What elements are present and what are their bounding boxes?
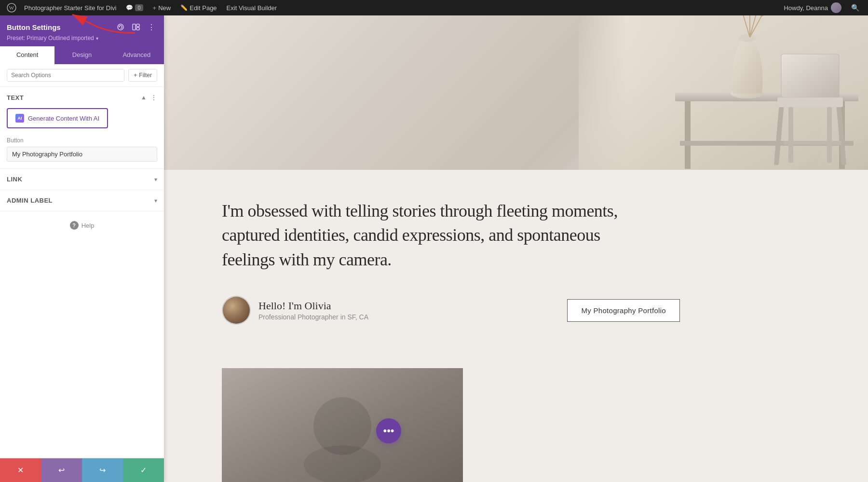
panel-header: Button Settings ⋮ xyxy=(0,15,164,46)
bottom-bar: ✕ ↩ ↪ ✓ xyxy=(0,458,164,482)
panel-body: + Filter Text ▲ ⋮ AI Generate Content Wi… xyxy=(0,64,164,458)
author-title-text: Professional Photographer in SF, CA xyxy=(258,313,368,321)
portfolio-button[interactable]: My Photography Portfolio xyxy=(567,299,680,322)
help-row: ? Help xyxy=(0,211,164,239)
site-name-link[interactable]: Photographer Starter Site for Divi xyxy=(19,4,121,12)
tab-advanced[interactable]: Advanced xyxy=(109,46,164,64)
author-name: Hello! I'm Olivia xyxy=(258,300,368,312)
link-section-header[interactable]: Link ▾ xyxy=(0,169,164,190)
svg-rect-15 xyxy=(781,54,839,97)
help-button[interactable]: ? Help xyxy=(70,221,95,230)
search-row: + Filter xyxy=(0,64,164,87)
tab-design[interactable]: Design xyxy=(54,46,109,64)
svg-rect-5 xyxy=(136,24,139,27)
svg-point-14 xyxy=(739,34,756,42)
svg-point-2 xyxy=(118,24,123,30)
panel-title: Button Settings xyxy=(7,23,61,31)
undo-button[interactable]: ↩ xyxy=(41,458,82,482)
tab-content[interactable]: Content xyxy=(0,46,54,64)
svg-rect-19 xyxy=(788,107,793,163)
save-button[interactable]: ✓ xyxy=(123,458,164,482)
author-details: Hello! I'm Olivia Professional Photograp… xyxy=(258,300,368,321)
admin-label-section-header[interactable]: Admin Label ▾ xyxy=(0,190,164,211)
svg-rect-20 xyxy=(827,107,832,163)
author-info: Hello! I'm Olivia Professional Photograp… xyxy=(222,296,368,325)
text-section: Text ▲ ⋮ AI Generate Content With AI But… xyxy=(0,87,164,169)
text-section-header[interactable]: Text ▲ ⋮ xyxy=(0,87,164,106)
text-section-dots-icon[interactable]: ⋮ xyxy=(150,94,157,101)
author-row: Hello! I'm Olivia Professional Photograp… xyxy=(222,296,680,325)
ai-icon: AI xyxy=(15,114,24,123)
comment-count: 0 xyxy=(135,4,143,11)
gallery-image-1 xyxy=(222,368,463,482)
new-link[interactable]: + New xyxy=(148,4,176,12)
chair-illustration xyxy=(579,15,868,170)
svg-rect-4 xyxy=(133,24,136,30)
admin-label-section-title: Admin Label xyxy=(7,197,53,204)
svg-rect-16 xyxy=(777,97,843,107)
link-section: Link ▾ xyxy=(0,169,164,190)
fab-dots-icon: ••• xyxy=(383,425,394,437)
filter-button[interactable]: + Filter xyxy=(128,69,157,82)
howdy-menu[interactable]: Howdy, Deanna xyxy=(779,2,846,13)
panel-more-icon[interactable]: ⋮ xyxy=(146,21,157,33)
button-field-label: Button xyxy=(7,137,157,144)
main-content: I'm obsessed with telling stories throug… xyxy=(164,15,868,482)
plus-icon: + xyxy=(134,72,137,79)
text-section-icons: ▲ ⋮ xyxy=(141,94,157,101)
ai-generate-button[interactable]: AI Generate Content With AI xyxy=(7,108,108,128)
admin-label-chevron-icon: ▾ xyxy=(154,197,157,204)
content-section: I'm obsessed with telling stories throug… xyxy=(164,170,791,354)
button-text-input[interactable] xyxy=(7,147,157,162)
author-avatar xyxy=(222,296,251,325)
link-section-chevron-icon: ▾ xyxy=(154,176,157,183)
svg-text:W: W xyxy=(9,5,14,11)
svg-rect-6 xyxy=(136,28,139,30)
svg-rect-21 xyxy=(784,141,841,145)
close-button[interactable]: ✕ xyxy=(0,458,41,482)
settings-panel: Button Settings ⋮ xyxy=(0,15,164,482)
button-field-group: Button xyxy=(0,135,164,168)
wp-admin-bar: W Photographer Starter Site for Divi 💬 0… xyxy=(0,0,868,15)
hero-image xyxy=(164,15,868,170)
avatar-image xyxy=(223,297,250,324)
gallery-area xyxy=(164,354,868,482)
redo-button[interactable]: ↪ xyxy=(82,458,123,482)
tagline-text: I'm obsessed with telling stories throug… xyxy=(222,199,632,272)
wp-logo-icon[interactable]: W xyxy=(4,0,19,15)
panel-layout-icon[interactable] xyxy=(130,21,142,33)
settings-tabs: Content Design Advanced xyxy=(0,46,164,64)
fab-button[interactable]: ••• xyxy=(376,418,401,443)
admin-search-icon[interactable]: 🔍 xyxy=(846,4,864,12)
text-section-chevron-icon: ▲ xyxy=(141,94,147,101)
panel-reset-icon[interactable] xyxy=(115,21,126,33)
comments-link[interactable]: 💬 0 xyxy=(121,4,148,11)
help-circle-icon: ? xyxy=(70,221,79,230)
edit-page-link[interactable]: ✏️ Edit Page xyxy=(176,4,221,12)
link-section-title: Link xyxy=(7,176,22,183)
svg-rect-10 xyxy=(685,101,691,169)
exit-builder-link[interactable]: Exit Visual Builder xyxy=(222,4,282,12)
text-section-title: Text xyxy=(7,94,24,101)
admin-label-section: Admin Label ▾ xyxy=(0,190,164,211)
user-avatar xyxy=(831,2,841,13)
preset-selector[interactable]: Preset: Primary Outlined imported ▾ xyxy=(7,35,157,46)
preset-chevron-icon: ▾ xyxy=(96,36,98,41)
search-input[interactable] xyxy=(7,69,124,82)
panel-header-icons: ⋮ xyxy=(115,21,157,33)
